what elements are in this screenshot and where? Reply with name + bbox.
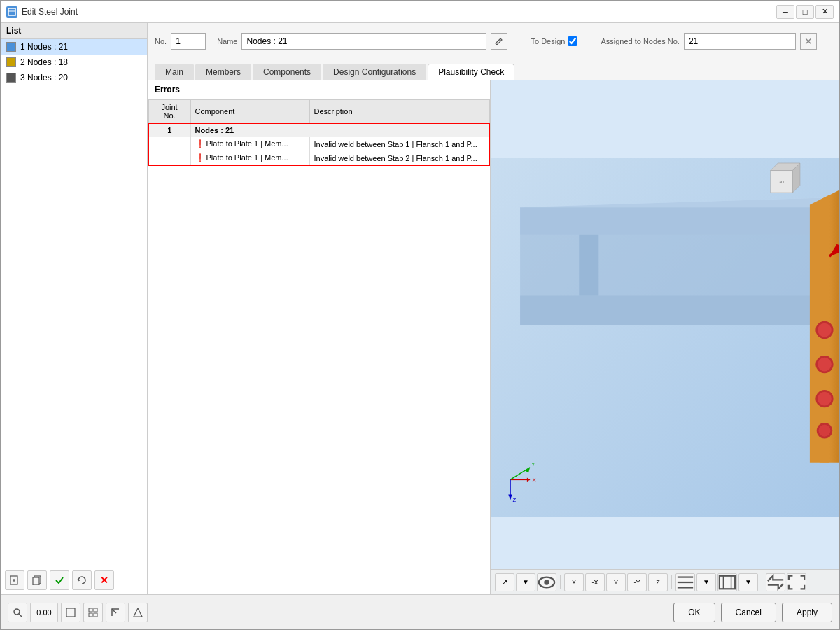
bottom-snap-button[interactable] <box>61 603 80 622</box>
no-input[interactable] <box>171 33 206 50</box>
vp-fullscreen-btn[interactable] <box>787 573 806 592</box>
window-controls: ─ □ ✕ <box>776 5 834 19</box>
tab-main[interactable]: Main <box>155 64 194 80</box>
app-icon <box>6 6 18 18</box>
minimize-button[interactable]: ─ <box>776 5 794 19</box>
bottom-grid-button[interactable] <box>83 603 103 622</box>
tab-components[interactable]: Components <box>253 64 321 80</box>
bottom-search-button[interactable] <box>8 603 27 622</box>
cell-component: ❗Plate to Plate 1 | Mem... <box>190 137 309 151</box>
vp-y-btn[interactable]: Y <box>606 573 626 592</box>
svg-rect-6 <box>33 578 39 585</box>
col-component: Component <box>190 100 309 124</box>
bottom-bar: 0.00 OK Cancel Apply <box>1 594 839 629</box>
window-title: Edit Steel Joint <box>22 7 772 17</box>
viewport-toolbar: ↗ ▼ X -X Y -Y Z <box>491 569 839 594</box>
bottom-tools: 0.00 <box>8 603 668 622</box>
svg-point-27 <box>819 425 831 437</box>
assigned-input[interactable] <box>684 33 796 50</box>
col-description: Description <box>309 100 489 124</box>
table-row[interactable]: ❗Plate to Plate 1 | Mem... Invalid weld … <box>148 137 489 151</box>
vp-z-btn[interactable]: Z <box>648 573 668 592</box>
tab-members[interactable]: Members <box>195 64 251 80</box>
ok-button[interactable]: OK <box>673 603 715 622</box>
svg-rect-56 <box>89 613 92 617</box>
vp-reset-btn[interactable] <box>766 573 785 592</box>
field-divider-1 <box>519 29 519 54</box>
errors-section-header: Errors <box>148 80 490 99</box>
table-row[interactable]: ❗Plate to Plate 1 | Mem... Invalid weld … <box>148 151 489 166</box>
svg-rect-48 <box>720 575 735 589</box>
bottom-arrow-button[interactable] <box>106 603 125 622</box>
list-item-label: 1 Nodes : 21 <box>20 42 68 52</box>
cube-widget: 3D <box>771 163 800 192</box>
list-item-label: 2 Nodes : 18 <box>20 57 68 67</box>
vp-view-btn-1[interactable]: ↗ <box>495 573 514 592</box>
svg-marker-13 <box>520 197 834 325</box>
tab-design-configurations[interactable]: Design Configurations <box>323 64 426 80</box>
assigned-clear-button[interactable]: ✕ <box>800 33 817 50</box>
svg-point-23 <box>818 358 832 372</box>
errors-panel: Errors JointNo. Component Description <box>148 80 491 594</box>
sidebar-delete-button[interactable]: ✕ <box>94 570 114 590</box>
maximize-button[interactable]: □ <box>796 5 814 19</box>
list-item-color <box>6 57 16 67</box>
title-bar: Edit Steel Joint ─ □ ✕ <box>1 1 839 23</box>
list-item-color <box>6 73 16 83</box>
sidebar-check-button[interactable] <box>50 570 69 590</box>
errors-table: JointNo. Component Description 1 Nodes :… <box>148 99 490 166</box>
vp-ym-btn[interactable]: -Y <box>627 573 647 592</box>
vp-layers-dd[interactable]: ▼ <box>696 573 716 592</box>
sidebar-header: List <box>1 23 147 39</box>
vp-x-btn[interactable]: X <box>564 573 584 592</box>
vp-render-btn[interactable] <box>718 573 737 592</box>
name-field-group: Name <box>217 33 507 50</box>
name-edit-button[interactable] <box>491 33 507 50</box>
vp-layers-btn[interactable] <box>676 573 695 592</box>
sidebar-item-2[interactable]: 2 Nodes : 18 <box>1 55 147 70</box>
name-label: Name <box>217 37 237 46</box>
assigned-label: Assigned to Nodes No. <box>601 37 680 46</box>
sidebar-list: 1 Nodes : 212 Nodes : 183 Nodes : 20 <box>1 39 147 566</box>
col-joint-no: JointNo. <box>148 100 190 124</box>
sidebar-item-3[interactable]: 3 Nodes : 20 <box>1 70 147 85</box>
tab-plausibility-check[interactable]: Plausibility Check <box>428 64 514 80</box>
svg-point-25 <box>818 392 832 406</box>
svg-text:Y: Y <box>531 461 535 468</box>
sidebar-new-button[interactable] <box>5 570 24 590</box>
close-button[interactable]: ✕ <box>816 5 834 19</box>
vp-eye-btn[interactable] <box>537 573 556 592</box>
fields-row: No. Name To Design Assigned to <box>148 23 839 59</box>
right-panel: No. Name To Design Assigned to <box>148 23 839 594</box>
vp-render-dd[interactable]: ▼ <box>738 573 758 592</box>
svg-point-21 <box>818 323 832 337</box>
name-input[interactable] <box>241 33 486 50</box>
svg-text:Z: Z <box>513 497 517 503</box>
3d-viewport: 3D X Y <box>491 80 839 594</box>
cell-component: Nodes : 21 <box>190 123 489 137</box>
vp-view-dd-1[interactable]: ▼ <box>516 573 536 592</box>
sidebar-item-1[interactable]: 1 Nodes : 21 <box>1 39 147 55</box>
errors-table-wrap[interactable]: JointNo. Component Description 1 Nodes :… <box>148 99 490 594</box>
svg-rect-54 <box>89 608 92 612</box>
bottom-triangle-button[interactable] <box>128 603 148 622</box>
vp-xm-btn[interactable]: -X <box>585 573 605 592</box>
main-content: List 1 Nodes : 212 Nodes : 183 Nodes : 2… <box>1 23 839 594</box>
svg-rect-57 <box>94 613 97 617</box>
svg-point-51 <box>14 609 20 615</box>
apply-button[interactable]: Apply <box>782 603 832 622</box>
svg-rect-55 <box>94 608 97 612</box>
cell-description: Invalid weld between Stab 1 | Flansch 1 … <box>309 137 489 151</box>
sidebar-copy-button[interactable] <box>27 570 47 590</box>
cancel-button[interactable]: Cancel <box>721 603 776 622</box>
sidebar-refresh-button[interactable] <box>72 570 92 590</box>
svg-rect-53 <box>66 608 75 617</box>
main-window: Edit Steel Joint ─ □ ✕ List 1 Nodes : 21… <box>0 0 840 630</box>
svg-line-7 <box>500 39 501 41</box>
error-icon: ❗ <box>195 153 205 162</box>
bottom-value-button[interactable]: 0.00 <box>30 603 58 622</box>
no-field-group: No. <box>155 33 206 50</box>
content-split: Errors JointNo. Component Description <box>148 80 839 594</box>
to-design-checkbox[interactable] <box>568 36 578 46</box>
table-row[interactable]: 1 Nodes : 21 <box>148 123 489 137</box>
